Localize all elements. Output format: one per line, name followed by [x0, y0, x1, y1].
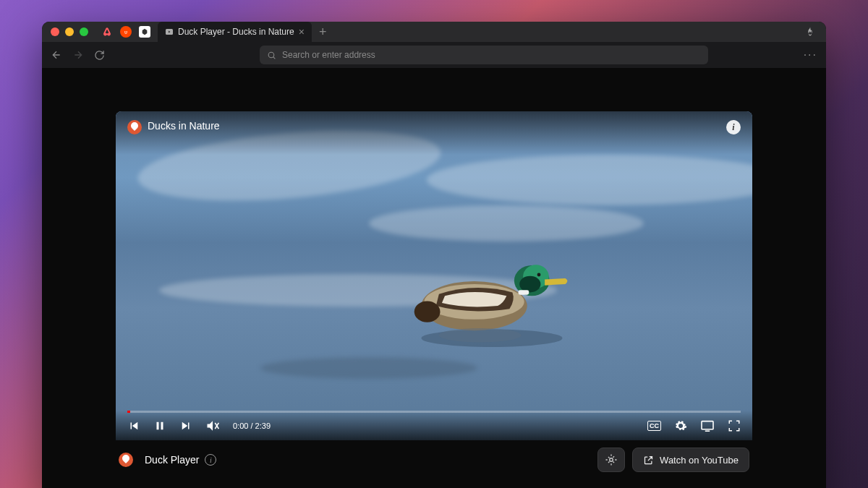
- search-icon: [267, 51, 276, 60]
- svg-point-0: [124, 31, 126, 33]
- video-title: Ducks in Nature: [148, 120, 220, 132]
- video-player[interactable]: Ducks in Nature i: [116, 111, 752, 440]
- svg-rect-15: [161, 422, 163, 430]
- mute-button[interactable]: [205, 419, 220, 433]
- duckduckgo-logo-icon: [119, 453, 133, 467]
- reload-button[interactable]: [94, 50, 105, 61]
- pause-button[interactable]: [153, 419, 166, 432]
- airbnb-icon[interactable]: [101, 26, 113, 38]
- player-settings-button[interactable]: [597, 448, 625, 472]
- settings-button[interactable]: [674, 419, 687, 432]
- next-button[interactable]: [179, 419, 192, 432]
- toolbar: Search or enter address ···: [42, 42, 826, 68]
- address-bar[interactable]: Search or enter address: [260, 46, 708, 64]
- video-controls: 0:00 / 2:39 CC: [116, 411, 752, 440]
- player-container: Ducks in Nature i: [116, 111, 752, 479]
- tab-title: Duck Player - Ducks in Nature: [178, 27, 294, 37]
- svg-point-12: [537, 273, 541, 277]
- current-time: 0:00: [233, 421, 248, 430]
- watch-label: Watch on YouTube: [660, 455, 739, 466]
- info-icon[interactable]: i: [205, 454, 216, 466]
- play-icon: [165, 27, 174, 36]
- duration: 2:39: [255, 421, 271, 430]
- video-overlay-top: Ducks in Nature i: [116, 111, 752, 155]
- info-icon[interactable]: i: [726, 120, 741, 134]
- maximize-window-button[interactable]: [80, 27, 88, 36]
- svg-point-19: [610, 458, 613, 462]
- svg-point-1: [126, 31, 127, 33]
- close-window-button[interactable]: [51, 27, 59, 36]
- svg-rect-18: [702, 421, 713, 429]
- svg-point-3: [268, 52, 274, 58]
- active-tab[interactable]: Duck Player - Ducks in Nature ×: [158, 22, 312, 42]
- fire-icon[interactable]: [804, 26, 816, 38]
- external-link-icon: [643, 455, 654, 466]
- window-controls: [51, 27, 88, 36]
- duckduckgo-logo-icon: [127, 120, 142, 134]
- svg-rect-14: [157, 422, 159, 430]
- progress-bar[interactable]: [127, 411, 741, 413]
- back-button[interactable]: [51, 49, 62, 61]
- fullscreen-button[interactable]: [728, 419, 741, 432]
- svg-point-7: [414, 301, 441, 322]
- captions-button[interactable]: CC: [647, 421, 661, 431]
- pinned-tabs: [101, 26, 150, 38]
- cast-button[interactable]: [700, 420, 715, 432]
- more-menu-button[interactable]: ···: [804, 48, 817, 61]
- new-tab-button[interactable]: +: [319, 25, 327, 40]
- browser-window: Duck Player - Ducks in Nature × + Search…: [42, 22, 826, 488]
- titlebar: Duck Player - Ducks in Nature × +: [42, 22, 826, 42]
- svg-point-10: [519, 276, 540, 293]
- duck-illustration: [391, 256, 593, 350]
- close-tab-icon[interactable]: ×: [299, 26, 305, 38]
- address-placeholder: Search or enter address: [282, 50, 375, 60]
- app-name: Duck Player: [145, 454, 199, 466]
- minimize-window-button[interactable]: [65, 27, 74, 36]
- video-frame: [116, 111, 752, 440]
- site-icon[interactable]: [139, 26, 150, 38]
- reddit-icon[interactable]: [120, 26, 132, 38]
- svg-rect-11: [519, 290, 529, 295]
- svg-point-13: [439, 328, 522, 343]
- time-display: 0:00 / 2:39: [233, 421, 271, 430]
- forward-button[interactable]: [72, 49, 84, 61]
- previous-button[interactable]: [127, 419, 140, 432]
- player-footer: Duck Player i Watch on YouTube: [116, 440, 752, 479]
- watch-on-youtube-button[interactable]: Watch on YouTube: [632, 448, 749, 472]
- page-content: Ducks in Nature i: [42, 68, 826, 488]
